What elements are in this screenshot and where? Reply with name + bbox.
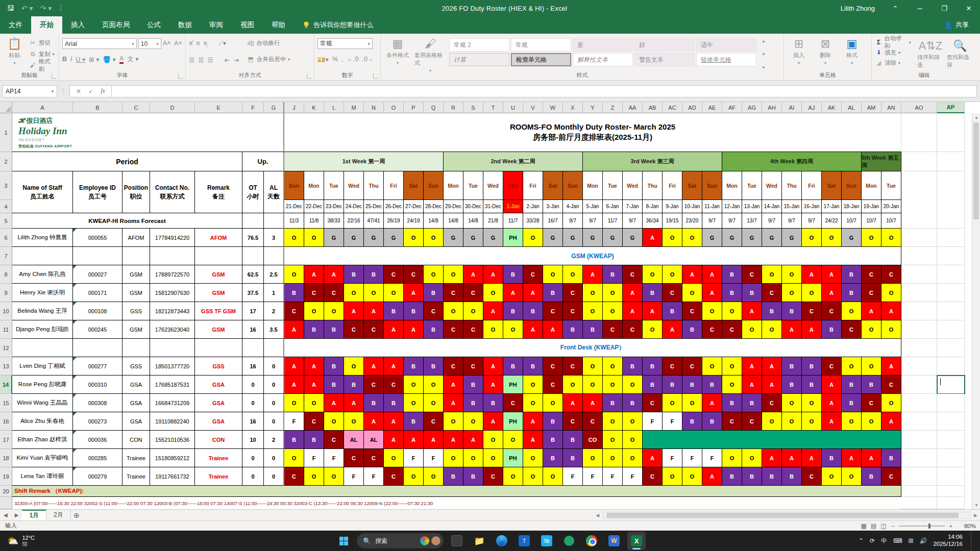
date-17-Jan[interactable]: 17-Jan (822, 200, 842, 213)
staff-al-15[interactable]: 0 (264, 394, 284, 412)
zoom-out-button[interactable]: − (892, 523, 895, 529)
cell-AP6[interactable] (937, 229, 965, 247)
column-header-O[interactable]: O (384, 102, 404, 113)
shift-cell-11-15[interactable]: B (563, 320, 583, 339)
shift-cell-16-12[interactable]: PH (503, 412, 523, 431)
shift-cell-16-18[interactable]: O (623, 412, 643, 431)
grow-shrink-font[interactable]: A˄A˅ (163, 38, 182, 48)
shift-cell-13-15[interactable]: C (563, 357, 583, 375)
shift-cell-19-24[interactable]: B (742, 467, 762, 486)
shift-cell-14-7[interactable]: O (404, 375, 424, 394)
shift-cell-9-20[interactable]: C (663, 284, 682, 302)
shift-cell-6-5[interactable]: G (364, 229, 384, 247)
shift-cell-18-30[interactable]: A (862, 449, 881, 467)
forecast-day-29[interactable]: 10/7 (842, 213, 862, 229)
staff-contact-11[interactable]: 17623623040 (150, 320, 195, 339)
shift-cell-6-14[interactable]: G (543, 229, 563, 247)
maximize-button[interactable]: ❐ (933, 0, 955, 16)
row-header-18[interactable]: 18 (0, 449, 12, 467)
day-name-30[interactable]: Mon (862, 171, 881, 200)
row-header-4[interactable]: 4 (0, 200, 12, 213)
shift-cell-16-2[interactable]: C (304, 412, 324, 431)
tab-home[interactable]: 开始 (31, 16, 62, 34)
shift-cell-15-6[interactable]: B (384, 394, 404, 412)
shift-cell-9-5[interactable]: O (364, 284, 384, 302)
column-header-K[interactable]: K (304, 102, 324, 113)
shift-cell-14-18[interactable]: O (623, 375, 643, 394)
shift-cell-6-27[interactable]: O (802, 229, 822, 247)
shift-cell-14-22[interactable]: B (702, 375, 722, 394)
shift-cell-19-28[interactable]: O (822, 467, 842, 486)
style-bad[interactable]: 差 (573, 38, 633, 52)
row-header-1[interactable]: 1 (0, 113, 12, 152)
vertical-scrollbar[interactable]: ▲ ▼ (972, 113, 980, 509)
style-check-cell[interactable]: 检查单元格 (511, 53, 571, 66)
shift-cell-13-1[interactable]: A (284, 357, 304, 375)
shift-cell-9-26[interactable]: O (782, 284, 802, 302)
staff-id-15[interactable]: 000308 (73, 394, 122, 412)
column-header-T[interactable]: T (483, 102, 503, 113)
shift-cell-13-20[interactable]: C (663, 357, 682, 375)
shift-cell-15-31[interactable]: O (881, 394, 901, 412)
shift-cell-9-27[interactable]: O (802, 284, 822, 302)
shift-cell-19-15[interactable]: F (563, 467, 583, 486)
shift-cell-8-16[interactable]: A (583, 265, 603, 284)
shift-cell-16-31[interactable]: A (881, 412, 901, 431)
tray-sync-icon[interactable]: ⟳ (870, 537, 875, 544)
staff-name-8[interactable]: Amy Chen 陈孔燕 (12, 265, 73, 284)
shift-cell-11-26[interactable]: A (782, 320, 802, 339)
shift-cell-10-3[interactable]: O (324, 302, 344, 320)
shift-cell-8-17[interactable]: B (603, 265, 623, 284)
shift-cell-15-15[interactable]: A (563, 394, 583, 412)
shift-cell-17-14[interactable]: B (543, 431, 563, 449)
shift-cell-15-24[interactable]: B (742, 394, 762, 412)
date-18-Jan[interactable]: 18-Jan (842, 200, 862, 213)
shift-cell-10-21[interactable]: C (682, 302, 702, 320)
shift-cell-8-26[interactable]: O (782, 265, 802, 284)
shift-cell-16-29[interactable]: O (842, 412, 862, 431)
row-header-10[interactable]: 10 (0, 302, 12, 320)
shift-cell-16-15[interactable]: C (563, 412, 583, 431)
section-left-12[interactable] (73, 339, 122, 357)
shift-cell-10-4[interactable]: A (344, 302, 364, 320)
shift-cell-16-14[interactable]: B (543, 412, 563, 431)
section-left-12[interactable] (150, 339, 195, 357)
shift-cell-8-1[interactable]: O (284, 265, 304, 284)
shift-cell-14-23[interactable]: O (722, 375, 742, 394)
horizontal-scrollbar[interactable]: ◀ ▶ (593, 510, 980, 521)
column-header-D[interactable]: D (150, 102, 195, 113)
align-top-button[interactable]: ≡̄ (189, 40, 192, 47)
staff-ot-17[interactable]: 10 (242, 431, 264, 449)
column-header-AA[interactable]: AA (623, 102, 643, 113)
shift-cell-11-22[interactable]: C (702, 320, 722, 339)
shift-cell-11-21[interactable]: B (682, 320, 702, 339)
date-16-Jan[interactable]: 16-Jan (802, 200, 822, 213)
shift-cell-10-23[interactable]: O (722, 302, 742, 320)
cell-AP19[interactable] (937, 467, 965, 486)
staff-id-6[interactable]: 000055 (73, 229, 122, 247)
forecast-day-5[interactable]: 47/41 (364, 213, 384, 229)
shift-cell-8-13[interactable]: C (523, 265, 543, 284)
shift-cell-9-7[interactable]: A (404, 284, 424, 302)
shift-cell-11-28[interactable]: B (822, 320, 842, 339)
shift-cell-19-6[interactable]: C (384, 467, 404, 486)
shift-cell-14-9[interactable]: A (444, 375, 463, 394)
shift-cell-10-5[interactable]: A (364, 302, 384, 320)
autosum-button[interactable]: Σ自动求和▾ (875, 38, 911, 47)
forecast-day-3[interactable]: 38/33 (324, 213, 344, 229)
shift-cell-11-18[interactable]: C (623, 320, 643, 339)
column-header-S[interactable]: S (463, 102, 483, 113)
staff-id-8[interactable]: 000027 (73, 265, 122, 284)
cancel-entry-icon[interactable]: ✕ (76, 88, 81, 95)
shift-cell-9-3[interactable]: C (324, 284, 344, 302)
shift-cell-18-11[interactable]: O (483, 449, 503, 467)
shift-cell-15-14[interactable]: O (543, 394, 563, 412)
cell-AP16[interactable] (937, 412, 965, 431)
shift-cell-13-24[interactable]: A (742, 357, 762, 375)
column-header-M[interactable]: M (344, 102, 364, 113)
style-explanatory[interactable]: 解释性文本 (573, 53, 633, 66)
section-left-7[interactable] (73, 247, 122, 265)
shift-cell-17-1[interactable]: B (284, 431, 304, 449)
column-header-AC[interactable]: AC (663, 102, 682, 113)
tray-grid-icon[interactable]: ⊞ (908, 537, 913, 544)
